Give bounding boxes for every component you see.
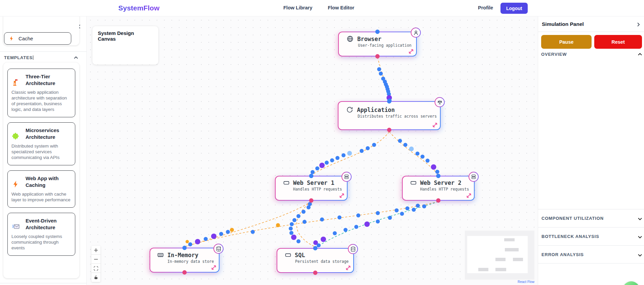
node-handle-bottom[interactable] bbox=[436, 198, 441, 203]
server-icon bbox=[285, 252, 291, 258]
node-web-server-2[interactable]: Web Server 2 Handles HTTP requests bbox=[402, 176, 475, 201]
nav-links: Flow Library Flow Editor bbox=[283, 5, 354, 10]
top-navbar: SystemFlow Flow Library Flow Editor Prof… bbox=[0, 0, 644, 16]
fit-view-button[interactable] bbox=[91, 264, 100, 273]
node-handle-bottom[interactable] bbox=[309, 198, 314, 203]
zap-icon bbox=[12, 180, 20, 188]
canvas-legend: System Design Canvas bbox=[92, 26, 158, 65]
template-microservices[interactable]: Microservices Architecture Distributed s… bbox=[7, 122, 75, 165]
server-icon bbox=[410, 179, 417, 186]
user-icon[interactable] bbox=[411, 28, 421, 38]
section-error-analysis[interactable]: ERROR ANALYSIS bbox=[538, 245, 644, 263]
template-web-app-caching[interactable]: Web App with Caching Web application wit… bbox=[7, 170, 75, 208]
cache-component-item[interactable]: Cache bbox=[4, 32, 71, 45]
node-subtitle: Handles HTTP requests bbox=[420, 187, 474, 192]
node-handle-bottom[interactable] bbox=[387, 128, 392, 132]
node-title: Browser bbox=[357, 36, 381, 42]
scales-icon[interactable] bbox=[435, 97, 445, 107]
node-title: In-Memory bbox=[167, 252, 198, 258]
node-handle-top[interactable] bbox=[309, 174, 314, 178]
resize-handle-icon[interactable] bbox=[339, 193, 345, 199]
template-three-tier[interactable]: Three-Tier Architecture Classic web appl… bbox=[7, 69, 75, 117]
node-handle-top[interactable] bbox=[375, 30, 380, 34]
chevron-down-icon[interactable] bbox=[638, 216, 642, 221]
nav-flow-editor[interactable]: Flow Editor bbox=[328, 5, 354, 10]
section-bottleneck-analysis[interactable]: BOTTLENECK ANALYSIS bbox=[538, 227, 644, 245]
node-sql[interactable]: SQL Persistent data storage bbox=[277, 248, 354, 273]
resize-handle-icon[interactable] bbox=[466, 193, 472, 199]
template-event-driven[interactable]: Event-Driven Architecture Loosely couple… bbox=[7, 213, 75, 256]
node-subtitle: Distributes traffic across servers bbox=[358, 114, 440, 119]
simulation-panel-title: Simulation Panel bbox=[542, 21, 584, 27]
brand-logo[interactable]: SystemFlow bbox=[118, 4, 160, 12]
panel-collapse-icon[interactable] bbox=[636, 22, 641, 27]
cache-item-label: Cache bbox=[18, 36, 33, 41]
node-handle-bottom[interactable] bbox=[375, 54, 380, 58]
node-handle-bottom[interactable] bbox=[313, 271, 318, 275]
node-browser[interactable]: Browser User-facing application bbox=[338, 32, 417, 56]
nav-flow-library[interactable]: Flow Library bbox=[283, 5, 312, 10]
node-title: SQL bbox=[295, 252, 305, 258]
template-title: Microservices Architecture bbox=[26, 127, 76, 140]
cache-db-icon[interactable] bbox=[213, 244, 224, 254]
template-desc: Web application with cache layer to impr… bbox=[11, 191, 71, 203]
template-desc: Classic web application architecture wit… bbox=[11, 89, 71, 112]
chevron-up-icon[interactable] bbox=[73, 55, 79, 60]
node-handle-bottom[interactable] bbox=[183, 270, 187, 275]
simulation-panel: Simulation Panel Pause Reset OVERVIEW CO… bbox=[538, 16, 644, 285]
zoom-out-button[interactable] bbox=[91, 255, 100, 264]
template-title: Event-Driven Architecture bbox=[26, 217, 76, 231]
text-cursor bbox=[33, 55, 33, 60]
node-handle-top[interactable] bbox=[436, 174, 441, 178]
panel-divider bbox=[538, 32, 644, 32]
templates-header[interactable]: TEMPLATES bbox=[4, 55, 33, 60]
puzzle-icon bbox=[12, 132, 20, 140]
zap-icon bbox=[9, 36, 14, 41]
react-flow-attribution[interactable]: React Flow bbox=[514, 280, 534, 284]
node-web-server-1[interactable]: Web Server 1 Handles HTTP requests bbox=[275, 176, 348, 201]
node-in-memory[interactable]: In-Memory In-memory data store bbox=[150, 248, 219, 273]
construction-icon bbox=[12, 78, 20, 86]
globe-icon bbox=[347, 35, 354, 42]
template-desc: Loosely coupled systems communicating th… bbox=[11, 234, 71, 251]
chevron-up-icon[interactable] bbox=[638, 52, 642, 57]
reset-button[interactable]: Reset bbox=[594, 35, 642, 49]
legend-title: System Design Canvas bbox=[98, 30, 153, 42]
database-icon[interactable] bbox=[348, 244, 358, 254]
pause-button[interactable]: Pause bbox=[541, 35, 592, 49]
chevron-down-icon[interactable] bbox=[638, 253, 642, 257]
node-handle-top[interactable] bbox=[183, 246, 187, 250]
resize-handle-icon[interactable] bbox=[211, 264, 217, 271]
section-component-utilization[interactable]: COMPONENT UTILIZATION bbox=[538, 209, 644, 227]
resize-handle-icon[interactable] bbox=[345, 265, 351, 271]
refresh-icon bbox=[346, 106, 353, 113]
canvas-controls bbox=[91, 246, 100, 282]
node-handle-top[interactable] bbox=[313, 246, 318, 250]
chevron-down-icon[interactable] bbox=[638, 235, 642, 239]
lock-icon[interactable] bbox=[91, 273, 100, 282]
template-title: Web App with Caching bbox=[26, 175, 76, 189]
sidebar-divider bbox=[0, 283, 86, 283]
node-title: Web Server 2 bbox=[420, 179, 461, 186]
node-application[interactable]: Application Distributes traffic across s… bbox=[338, 101, 441, 130]
overview-header[interactable]: OVERVIEW bbox=[541, 52, 567, 57]
server-icon bbox=[283, 179, 290, 186]
template-desc: Distributed system with specialized serv… bbox=[11, 143, 71, 160]
node-subtitle: Handles HTTP requests bbox=[293, 187, 347, 192]
server-stack-icon[interactable] bbox=[341, 172, 352, 182]
template-title: Three-Tier Architecture bbox=[26, 73, 76, 87]
sidebar-divider bbox=[0, 51, 86, 52]
node-handle-top[interactable] bbox=[387, 99, 392, 104]
node-title: Web Server 1 bbox=[293, 179, 334, 186]
logout-button[interactable]: Logout bbox=[500, 3, 528, 14]
minimap[interactable] bbox=[465, 231, 534, 280]
nav-profile[interactable]: Profile bbox=[478, 5, 493, 10]
resize-handle-icon[interactable] bbox=[408, 48, 414, 54]
minimap-viewport bbox=[467, 236, 528, 273]
zoom-in-button[interactable] bbox=[91, 246, 100, 255]
flow-panel-sidebar: Flow Panel Cache TEMPLATES Three-Tier Ar… bbox=[0, 16, 87, 285]
node-subtitle: User-facing application bbox=[358, 43, 416, 48]
node-subtitle: Persistent data storage bbox=[295, 259, 353, 264]
resize-handle-icon[interactable] bbox=[432, 122, 438, 128]
server-stack-icon[interactable] bbox=[469, 172, 479, 182]
